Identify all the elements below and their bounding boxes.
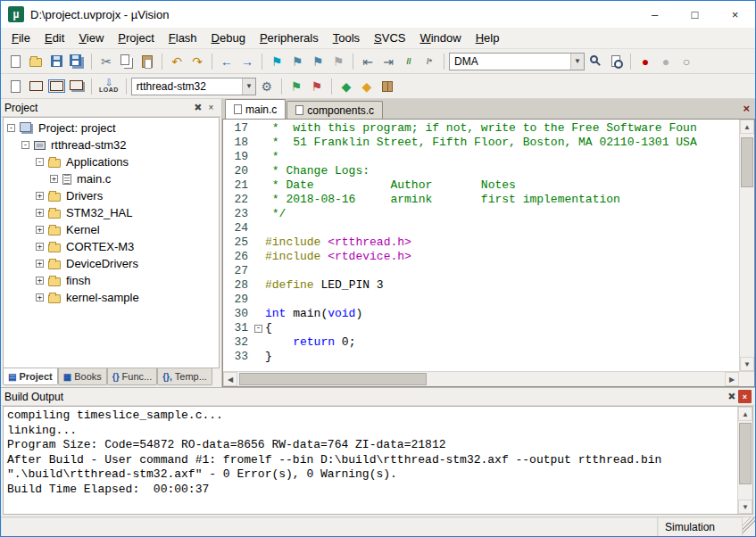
target-combobox[interactable]: rtthread-stm32 ▼ bbox=[131, 78, 256, 95]
expand-icon[interactable]: + bbox=[36, 192, 44, 200]
build-icon[interactable] bbox=[26, 77, 46, 96]
menu-debug[interactable]: Debug bbox=[204, 29, 253, 47]
chevron-down-icon[interactable]: ▼ bbox=[242, 78, 255, 95]
tree-item-drivers[interactable]: +Drivers bbox=[4, 187, 219, 204]
open-folder-icon[interactable] bbox=[26, 52, 46, 71]
expand-icon[interactable]: + bbox=[36, 226, 44, 234]
manage-rte-icon[interactable]: ◆ bbox=[336, 77, 356, 96]
tree-item-label[interactable]: finsh bbox=[64, 274, 92, 287]
editor-tab-components-c[interactable]: components.c bbox=[287, 101, 383, 119]
expand-icon[interactable]: + bbox=[36, 293, 44, 302]
scroll-track[interactable] bbox=[738, 421, 752, 500]
editor-horizontal-scrollbar[interactable]: ◀ ▶ bbox=[223, 371, 754, 386]
target-value[interactable]: rtthread-stm32 bbox=[132, 80, 242, 93]
expand-icon[interactable]: + bbox=[36, 209, 44, 217]
expand-icon[interactable]: + bbox=[36, 277, 44, 285]
scroll-up-icon[interactable]: ▲ bbox=[740, 120, 754, 134]
panel-tab-func[interactable]: {}Func... bbox=[107, 368, 157, 385]
expand-icon[interactable]: + bbox=[36, 260, 44, 268]
redo-icon[interactable]: ↷ bbox=[187, 52, 207, 71]
pack-installer-icon[interactable]: ◆ bbox=[357, 77, 377, 96]
scroll-track[interactable] bbox=[740, 134, 754, 357]
resize-grip[interactable] bbox=[743, 517, 755, 536]
build-output-scrollbar[interactable]: ▲ ▼ bbox=[737, 407, 752, 514]
tree-item-cortex-m3[interactable]: +CORTEX-M3 bbox=[4, 238, 219, 255]
editor-vertical-scrollbar[interactable]: ▲ ▼ bbox=[739, 120, 754, 371]
download-button[interactable]: ⇩ LOAD bbox=[96, 77, 121, 96]
fold-collapse-icon[interactable]: - bbox=[254, 325, 262, 333]
close-button[interactable]: × bbox=[715, 1, 755, 28]
menu-window[interactable]: Window bbox=[412, 29, 468, 47]
menu-flash[interactable]: Flash bbox=[162, 29, 204, 47]
unindent-icon[interactable]: ⇤ bbox=[358, 52, 378, 71]
panel-tab-books[interactable]: ▦Books bbox=[58, 368, 107, 385]
paste-icon[interactable] bbox=[137, 52, 157, 71]
new-file-icon[interactable] bbox=[5, 52, 25, 71]
menu-peripherals[interactable]: Peripherals bbox=[253, 29, 326, 47]
options-for-target-icon[interactable]: ⚙ bbox=[257, 77, 277, 96]
scroll-down-icon[interactable]: ▼ bbox=[738, 500, 752, 514]
save-all-icon[interactable] bbox=[67, 52, 87, 71]
kill-breakpoints-icon[interactable]: ○ bbox=[677, 52, 696, 71]
component-box-icon[interactable] bbox=[378, 77, 397, 96]
collapse-icon[interactable]: - bbox=[36, 158, 44, 166]
editor-tab-main-c[interactable]: main.c bbox=[225, 99, 286, 119]
search-value[interactable]: DMA bbox=[450, 55, 570, 68]
tree-item-label[interactable]: DeviceDrivers bbox=[64, 257, 140, 270]
batch-build-icon[interactable] bbox=[67, 77, 87, 96]
scroll-down-icon[interactable]: ▼ bbox=[740, 357, 754, 371]
build-flag-icon[interactable]: ⚑ bbox=[307, 77, 327, 96]
file-extensions-icon[interactable]: ⚑ bbox=[287, 77, 306, 96]
bookmark-next-icon[interactable]: ⚑ bbox=[308, 52, 328, 71]
menu-file[interactable]: File bbox=[4, 29, 37, 47]
tree-item-label[interactable]: main.c bbox=[75, 172, 112, 186]
scroll-thumb[interactable] bbox=[741, 137, 753, 187]
menu-svcs[interactable]: SVCS bbox=[367, 29, 412, 47]
tree-item-label[interactable]: CORTEX-M3 bbox=[64, 240, 136, 253]
search-combobox[interactable]: DMA ▼ bbox=[449, 53, 585, 70]
collapse-icon[interactable]: - bbox=[21, 141, 29, 149]
tree-item-devicedrivers[interactable]: +DeviceDrivers bbox=[4, 255, 219, 272]
scroll-thumb[interactable] bbox=[239, 373, 427, 385]
menu-help[interactable]: Help bbox=[469, 29, 507, 47]
rebuild-icon[interactable] bbox=[46, 77, 66, 96]
tree-item-stm32-hal[interactable]: +STM32_HAL bbox=[4, 204, 219, 221]
bookmark-clear-icon[interactable]: ⚑ bbox=[328, 52, 348, 71]
scroll-left-icon[interactable]: ◀ bbox=[223, 372, 237, 386]
tree-item-kernel[interactable]: +Kernel bbox=[4, 221, 219, 238]
panel-tab-project[interactable]: ▤Project bbox=[3, 368, 58, 385]
scroll-right-icon[interactable]: ▶ bbox=[725, 372, 739, 386]
tree-item-label[interactable]: Drivers bbox=[64, 189, 104, 202]
tree-item-rtthread-stm32[interactable]: -rtthread-stm32 bbox=[4, 136, 219, 153]
tree-item-label[interactable]: rtthread-stm32 bbox=[49, 138, 129, 152]
comment-selection-icon[interactable]: // bbox=[399, 52, 419, 71]
code-editor[interactable]: 17 * with this program; if not, write to… bbox=[223, 120, 739, 371]
cut-icon[interactable]: ✂ bbox=[96, 52, 116, 71]
tree-item-label[interactable]: Kernel bbox=[64, 223, 102, 236]
bookmark-toggle-icon[interactable]: ⚑ bbox=[267, 52, 287, 71]
menu-project[interactable]: Project bbox=[111, 29, 161, 47]
bookmark-prev-icon[interactable]: ⚑ bbox=[287, 52, 307, 71]
tree-item-applications[interactable]: -Applications bbox=[4, 153, 219, 170]
minimize-button[interactable]: – bbox=[635, 1, 675, 28]
scroll-up-icon[interactable]: ▲ bbox=[738, 407, 752, 421]
undo-icon[interactable]: ↶ bbox=[167, 52, 187, 71]
tree-item-main-c[interactable]: +main.c bbox=[4, 170, 219, 187]
translate-file-icon[interactable] bbox=[5, 77, 25, 96]
navigate-forward-icon[interactable]: → bbox=[237, 52, 257, 71]
uncomment-selection-icon[interactable]: /* bbox=[420, 52, 439, 71]
scroll-track[interactable] bbox=[237, 372, 725, 386]
tree-item-label[interactable]: Applications bbox=[64, 155, 130, 169]
expand-icon[interactable]: + bbox=[36, 243, 44, 251]
expand-icon[interactable]: + bbox=[50, 175, 58, 183]
tree-item-kernel-sample[interactable]: +kernel-sample bbox=[4, 289, 219, 306]
find-in-files-icon[interactable] bbox=[586, 52, 605, 71]
indent-icon[interactable]: ⇥ bbox=[378, 52, 398, 71]
find-icon[interactable] bbox=[606, 52, 626, 71]
close-document-icon[interactable]: × bbox=[743, 102, 750, 115]
chevron-down-icon[interactable]: ▼ bbox=[570, 54, 584, 70]
tree-item-label[interactable]: STM32_HAL bbox=[64, 206, 134, 219]
tree-item-project-project[interactable]: -Project: project bbox=[4, 120, 219, 136]
copy-icon[interactable] bbox=[117, 52, 137, 71]
menu-view[interactable]: View bbox=[71, 29, 111, 47]
